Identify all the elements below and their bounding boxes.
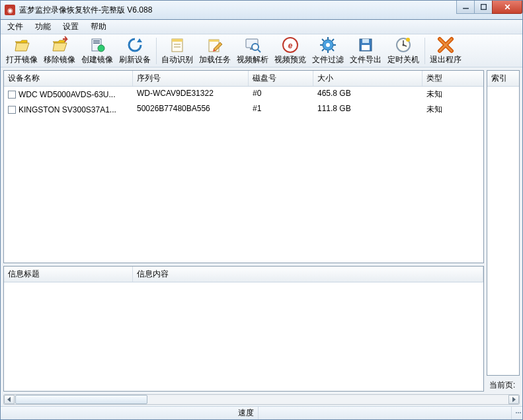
floppy-icon	[357, 36, 374, 54]
window-title: 蓝梦监控录像恢复软件-完整版 V6.088	[19, 5, 152, 16]
hscroll-left-arrow[interactable]	[4, 395, 15, 404]
toolbar-disk-image-button[interactable]: 创建镜像	[79, 35, 116, 67]
hscroll-thumb[interactable]	[15, 395, 147, 404]
close-button[interactable]	[492, 1, 522, 14]
device-disk: #1	[249, 103, 313, 116]
svg-line-34	[332, 49, 334, 51]
toolbar-edit-notepad-button[interactable]: 加载任务	[196, 35, 233, 67]
svg-line-35	[332, 39, 334, 41]
svg-line-33	[322, 39, 324, 41]
info-panel: 信息标题 信息内容	[3, 266, 484, 392]
toolbar-folder-remove-button[interactable]: 移除镜像	[41, 35, 78, 67]
device-type: 未知	[422, 103, 483, 116]
svg-text:e: e	[288, 41, 293, 50]
e-play-icon: e	[282, 36, 299, 54]
toolbar-folder-open-button[interactable]: 打开镜像	[3, 35, 40, 67]
exit-icon	[437, 36, 454, 54]
device-table-header: 设备名称 序列号 磁盘号 大小 类型	[4, 71, 483, 87]
info-content-header[interactable]: 信息内容	[133, 267, 483, 282]
toolbar-label: 打开镜像	[6, 54, 38, 65]
svg-rect-10	[93, 42, 100, 44]
device-size: 465.8 GB	[313, 87, 422, 101]
info-body	[4, 282, 483, 391]
disk-image-icon	[89, 36, 106, 54]
row-checkbox[interactable]	[8, 91, 16, 99]
resize-grip[interactable]	[512, 411, 522, 415]
svg-rect-18	[209, 40, 219, 42]
maximize-button[interactable]	[474, 1, 493, 14]
info-header: 信息标题 信息内容	[4, 267, 483, 282]
hscroll-right-arrow[interactable]	[508, 395, 519, 404]
current-page-label: 当前页:	[487, 378, 520, 392]
svg-marker-49	[7, 397, 11, 402]
col-header-disk[interactable]: 磁盘号	[249, 71, 313, 86]
index-header[interactable]: 索引	[487, 71, 519, 87]
col-header-name[interactable]: 设备名称	[4, 71, 133, 86]
col-header-serial[interactable]: 序列号	[133, 71, 249, 86]
toolbar-clock-button[interactable]: 定时关机	[385, 35, 422, 67]
toolbar-label: 刷新设备	[119, 54, 151, 65]
toolbar-separator	[156, 38, 157, 64]
svg-rect-39	[362, 45, 370, 50]
svg-rect-14	[172, 39, 182, 42]
svg-line-36	[322, 49, 324, 51]
col-header-size[interactable]: 大小	[313, 71, 422, 86]
toolbar-label: 定时关机	[387, 54, 419, 65]
toolbar-notepad-button[interactable]: 自动识别	[159, 35, 196, 67]
clock-icon	[395, 36, 412, 54]
toolbar-label: 加载任务	[199, 54, 231, 65]
toolbar-e-play-button[interactable]: e视频预览	[272, 35, 309, 67]
toolbar-label: 退出程序	[430, 54, 462, 65]
statusbar: 速度	[1, 406, 522, 419]
toolbar: 打开镜像移除镜像创建镜像刷新设备自动识别加载任务视频解析e视频预览文件过滤文件导…	[1, 34, 522, 67]
row-checkbox[interactable]	[8, 106, 16, 114]
device-serial: WD-WCAV9DE31322	[133, 87, 249, 101]
index-panel: 索引	[487, 70, 520, 376]
svg-marker-12	[137, 38, 142, 42]
menu-file[interactable]: 文件	[3, 20, 27, 34]
horizontal-scrollbar[interactable]	[3, 394, 520, 405]
svg-point-11	[98, 45, 104, 52]
svg-point-23	[252, 44, 259, 50]
refresh-icon	[126, 36, 143, 54]
toolbar-gear-blue-button[interactable]: 文件过滤	[309, 35, 346, 67]
svg-rect-38	[362, 39, 369, 43]
device-panel: 设备名称 序列号 磁盘号 大小 类型 WDC WD5000AVDS-63U...…	[3, 70, 484, 263]
toolbar-label: 视频解析	[237, 54, 268, 65]
folder-remove-icon	[51, 36, 68, 54]
device-disk: #0	[249, 87, 313, 101]
titlebar: ◉ 蓝梦监控录像恢复软件-完整版 V6.088	[0, 0, 523, 20]
svg-rect-1	[481, 5, 486, 10]
device-serial: 50026B77480BA556	[133, 103, 249, 116]
device-size: 111.8 GB	[313, 103, 422, 116]
table-row[interactable]: KINGSTON SV300S37A1...50026B77480BA556#1…	[4, 102, 483, 117]
monitor-magnify-icon	[244, 36, 261, 54]
menu-settings[interactable]: 设置	[59, 20, 83, 34]
svg-rect-9	[93, 40, 100, 42]
device-table-body[interactable]: WDC WD5000AVDS-63U...WD-WCAV9DE31322#046…	[4, 87, 483, 263]
toolbar-refresh-button[interactable]: 刷新设备	[116, 35, 153, 67]
app-icon: ◉	[5, 5, 15, 15]
menu-help[interactable]: 帮助	[87, 20, 110, 34]
svg-marker-5	[15, 43, 29, 51]
menubar: 文件 功能 设置 帮助	[1, 20, 522, 34]
menu-function[interactable]: 功能	[31, 20, 55, 34]
toolbar-separator	[424, 38, 425, 64]
info-title-header[interactable]: 信息标题	[4, 267, 133, 282]
device-type: 未知	[422, 87, 483, 101]
minimize-button[interactable]	[456, 1, 475, 14]
toolbar-exit-button[interactable]: 退出程序	[427, 35, 464, 67]
folder-open-icon	[13, 36, 30, 54]
svg-point-28	[326, 43, 330, 47]
toolbar-floppy-button[interactable]: 文件导出	[347, 35, 384, 67]
table-row[interactable]: WDC WD5000AVDS-63U...WD-WCAV9DE31322#046…	[4, 87, 483, 102]
toolbar-label: 自动识别	[161, 54, 193, 65]
toolbar-monitor-magnify-button[interactable]: 视频解析	[234, 35, 271, 67]
svg-marker-4	[15, 40, 27, 43]
status-speed-label: 速度	[1, 407, 259, 419]
toolbar-label: 移除镜像	[44, 54, 75, 65]
svg-marker-50	[512, 397, 516, 402]
col-header-type[interactable]: 类型	[422, 71, 483, 86]
notepad-icon	[169, 36, 186, 54]
toolbar-label: 文件过滤	[312, 54, 344, 65]
